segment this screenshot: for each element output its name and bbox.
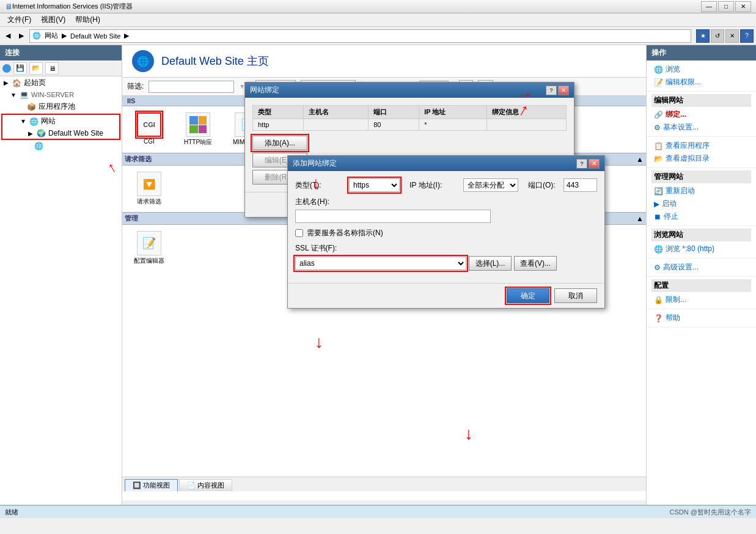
forward-button[interactable]: ▶ — [16, 29, 27, 43]
http-label: HTTP响应 — [184, 138, 212, 147]
ok-btn[interactable]: 确定 — [507, 288, 549, 303]
link-permissions[interactable]: 📝 编辑权限... — [651, 76, 751, 89]
port-input[interactable] — [563, 178, 597, 192]
help-icon[interactable]: ? — [740, 29, 754, 43]
link-help[interactable]: ❓ 帮助 — [651, 312, 751, 324]
tree-icon-extra: 🌐 — [34, 142, 43, 150]
vdirs-label: 查看虚拟目录 — [666, 153, 710, 164]
restart-label: 重新启动 — [666, 186, 695, 196]
close-button[interactable]: ✕ — [735, 1, 751, 12]
tree-item-defaultsite[interactable]: ▶ 🌍 Default Web Site — [2, 128, 119, 139]
permissions-label: 编辑权限... — [666, 77, 701, 87]
editsite-title: 编辑网站 — [651, 94, 751, 107]
filter-input[interactable] — [149, 81, 234, 93]
cancel-btn[interactable]: 取消 — [554, 288, 597, 303]
tree-item-websites[interactable]: ▼ 🌐 网站 — [2, 115, 119, 128]
link-advanced[interactable]: ⚙ 高级设置... — [651, 261, 751, 274]
bottom-tabs-bar: 🔲 功能视图 📄 内容视图 — [122, 477, 646, 491]
tree-label-websites: 网站 — [41, 116, 56, 126]
sidebar-server-btn[interactable]: 🖥 — [45, 62, 59, 75]
right-panel-browse-site: 浏览网站 🌐 浏览 *:80 (http) — [647, 226, 756, 258]
menu-file[interactable]: 文件(F) — [2, 13, 36, 26]
ssl-select[interactable]: alias — [295, 257, 466, 270]
restart-icon: 🔄 — [654, 187, 663, 196]
minimize-button[interactable]: — — [701, 1, 717, 12]
tree-item-extra[interactable]: 🌐 — [0, 141, 122, 152]
mgmt-section-toggle[interactable]: ▲ — [636, 214, 644, 223]
link-limits[interactable]: 🔒 限制... — [651, 293, 751, 306]
add-binding-btn[interactable]: 添加(A)... — [252, 136, 307, 150]
binding-row[interactable]: http 80 * — [253, 119, 567, 131]
col-port: 端口 — [369, 106, 419, 119]
sidebar-arrow: ↑ — [105, 158, 119, 177]
host-label: 主机名(H): — [295, 197, 597, 207]
menu-help[interactable]: 帮助(H) — [70, 13, 105, 26]
type-select[interactable]: http https — [349, 178, 400, 192]
icon-cgi[interactable]: CGI CGI — [125, 109, 174, 150]
view-cert-btn[interactable]: 查看(V)... — [514, 256, 557, 271]
link-restart[interactable]: 🔄 重新启动 — [651, 185, 751, 197]
tree-icon-defaultsite: 🌍 — [37, 129, 46, 137]
binding-dialog-title-text: 网站绑定 — [250, 85, 279, 95]
link-basic-settings[interactable]: ⚙ 基本设置... — [651, 121, 751, 134]
tree-label-server: WIN-SERVER — [31, 91, 74, 98]
ip-select[interactable]: 全部未分配 — [463, 178, 518, 192]
add-binding-question[interactable]: ? — [576, 159, 587, 169]
add-binding-title-text: 添加网站绑定 — [293, 158, 337, 169]
type-label: 类型(T): — [295, 180, 344, 191]
back-button[interactable]: ◀ — [2, 29, 13, 43]
expand-icon-defaultsite: ▶ — [27, 130, 34, 137]
nav-toolbar: ◀ ▶ 🌐 网站 ▶ Default Web Site ▶ ★ ↺ ✕ ? — [0, 27, 756, 45]
cgi-label: CGI — [144, 138, 155, 145]
select-cert-btn[interactable]: 选择(L)... — [469, 256, 512, 271]
add-binding-body: 类型(T): http https IP 地址(I): 全部未分配 — [288, 171, 604, 283]
csdn-watermark: CSDN @暂时先用这个名字 — [670, 508, 751, 517]
col-type: 类型 — [253, 106, 304, 119]
breadcrumb-globe-icon: 🌐 — [32, 32, 41, 40]
sidebar-save-btn[interactable]: 💾 — [13, 62, 27, 75]
tab-feature-view[interactable]: 🔲 功能视图 — [125, 479, 178, 491]
link-stop[interactable]: ⏹ 停止 — [651, 210, 751, 223]
maximize-button[interactable]: □ — [718, 1, 734, 12]
request-section-toggle[interactable]: ▲ — [636, 155, 644, 164]
title-bar-icon: 🖥 — [5, 2, 12, 11]
right-panel-manage: 管理网站 🔄 重新启动 ▶ 启动 ⏹ 停止 — [647, 168, 756, 226]
binding-dialog-close[interactable]: ✕ — [558, 86, 569, 95]
stop-icon[interactable]: ✕ — [725, 29, 739, 43]
binding-dialog-question[interactable]: ? — [546, 86, 557, 95]
refresh-icon[interactable]: ↺ — [711, 29, 724, 43]
link-browse-80[interactable]: 🌐 浏览 *:80 (http) — [651, 243, 751, 255]
add-binding-footer: 确定 取消 — [288, 283, 604, 308]
tree-item-start[interactable]: ▶ 🏠 起始页 — [0, 76, 122, 89]
cgi-icon-box: CGI — [137, 112, 161, 137]
host-input[interactable] — [295, 210, 491, 223]
link-bind[interactable]: 🔗 绑定... — [651, 108, 751, 121]
menu-view[interactable]: 视图(V) — [36, 13, 70, 26]
sni-checkbox[interactable] — [295, 229, 303, 237]
link-browse[interactable]: 🌐 浏览 — [651, 63, 751, 76]
link-start[interactable]: ▶ 启动 — [651, 197, 751, 210]
stop-label: 停止 — [664, 211, 678, 222]
link-view-vdirs[interactable]: 📂 查看虚拟目录 — [651, 152, 751, 165]
tree-label-defaultsite: Default Web Site — [48, 129, 103, 137]
icon-request[interactable]: 🔽 请求筛选 — [125, 168, 174, 210]
filter-label: 筛选: — [127, 81, 144, 92]
icon-http[interactable]: HTTP响应 — [174, 109, 222, 150]
bind-icon: 🔗 — [654, 111, 663, 119]
sidebar-folder-btn[interactable]: 📂 — [29, 62, 43, 75]
tree-icon-apppool: 📦 — [27, 103, 36, 111]
favorites-icon[interactable]: ★ — [696, 29, 710, 43]
mgmt-section-label: 管理 — [125, 214, 138, 223]
add-binding-close[interactable]: ✕ — [589, 159, 600, 169]
browse-80-icon: 🌐 — [654, 245, 663, 254]
sni-group: 需要服务器名称指示(N) — [295, 228, 597, 238]
stop-icon-link: ⏹ — [654, 213, 661, 221]
icon-config[interactable]: 📝 配置编辑器 — [125, 227, 174, 269]
sidebar-connect-icon: 🌐 — [2, 64, 11, 73]
type-row: 类型(T): http https IP 地址(I): 全部未分配 — [295, 178, 597, 192]
menu-bar: 文件(F) 视图(V) 帮助(H) — [0, 13, 756, 27]
tree-item-apppool[interactable]: 📦 应用程序池 — [0, 100, 122, 113]
tree-item-server[interactable]: ▼ 💻 WIN-SERVER — [0, 89, 122, 100]
link-view-apps[interactable]: 📋 查看应用程序 — [651, 139, 751, 152]
tab-content-view[interactable]: 📄 内容视图 — [179, 479, 232, 491]
